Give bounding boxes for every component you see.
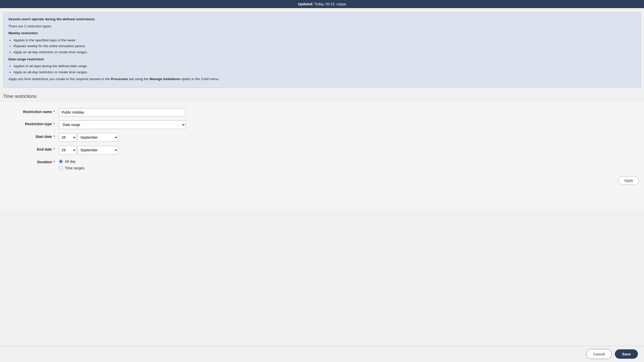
duration-wrap: All day Time ranges xyxy=(59,158,641,170)
duration-radio-group: All day Time ranges xyxy=(59,158,641,170)
required-marker-5: * xyxy=(52,160,55,164)
required-marker-2: * xyxy=(52,122,55,126)
apply-area: Apply xyxy=(3,174,641,189)
end-date-controls: 12345 678910 1112131415 1617181920 21222… xyxy=(59,146,641,154)
all-day-option[interactable]: All day xyxy=(59,159,641,164)
required-marker: * xyxy=(52,110,55,114)
daterange-title: Date-range restriction xyxy=(8,57,44,61)
updated-value: Today, 05:15, coppa xyxy=(314,2,346,6)
end-day-select[interactable]: 12345 678910 1112131415 1617181920 21222… xyxy=(59,146,77,154)
restriction-type-label: Restriction type * xyxy=(3,120,59,126)
restriction-name-input[interactable] xyxy=(59,108,186,116)
time-ranges-option[interactable]: Time ranges xyxy=(59,166,641,170)
restriction-name-label: Restriction name * xyxy=(3,108,59,114)
duration-label: Duration * xyxy=(3,158,59,164)
restriction-type-row: Restriction type * Weekly Date range xyxy=(3,120,641,129)
restriction-type-wrap: Weekly Date range xyxy=(59,120,641,129)
time-ranges-radio[interactable] xyxy=(59,166,63,170)
weekly-bullet-1: Applies to the specified days of the wee… xyxy=(13,38,636,43)
start-date-label: Start date * xyxy=(3,133,59,139)
info-headline: Vessels won't operate during the defined… xyxy=(8,17,95,21)
section-title: Time restrictions xyxy=(0,92,644,102)
form-area: Restriction name * Restriction type * We… xyxy=(0,102,644,209)
end-date-label: End date * xyxy=(3,146,59,151)
required-marker-4: * xyxy=(52,147,55,151)
start-date-controls: 12345 678910 1112131415 1617181920 21222… xyxy=(59,133,641,142)
start-day-select[interactable]: 12345 678910 1112131415 1617181920 21222… xyxy=(59,133,77,142)
restriction-type-select[interactable]: Weekly Date range xyxy=(59,120,186,129)
start-date-wrap: 12345 678910 1112131415 1617181920 21222… xyxy=(59,133,641,142)
daterange-bullet-2: Apply an all-day restriction or create t… xyxy=(13,69,636,75)
daterange-bullet-1: Applies to all days during the defined d… xyxy=(13,63,636,69)
restriction-name-wrap xyxy=(59,108,641,116)
weekly-bullet-3: Apply an all-day restriction or create t… xyxy=(13,49,636,55)
all-day-label: All day xyxy=(65,159,76,164)
start-month-select[interactable]: JanuaryFebruaryMarch AprilMayJune JulyAu… xyxy=(78,133,118,142)
required-marker-3: * xyxy=(52,135,55,139)
start-date-row: Start date * 12345 678910 1112131415 161… xyxy=(3,133,641,142)
info-box: Vessels won't operate during the defined… xyxy=(3,12,641,88)
restriction-name-row: Restriction name * xyxy=(3,108,641,116)
weekly-bullets: Applies to the specified days of the wee… xyxy=(13,38,636,55)
all-day-radio[interactable] xyxy=(59,159,63,164)
processes-link: Processes xyxy=(111,77,128,81)
apply-button[interactable]: Apply xyxy=(618,176,639,185)
end-date-wrap: 12345 678910 1112131415 1617181920 21222… xyxy=(59,146,641,154)
info-intro: There are 2 restriction types: xyxy=(8,24,636,29)
duration-row: Duration * All day Time ranges xyxy=(3,158,641,170)
updated-label: Updated: xyxy=(298,2,313,6)
daterange-bullets: Applies to all days during the defined d… xyxy=(13,63,636,75)
time-ranges-label: Time ranges xyxy=(65,166,84,170)
info-footer: Apply any time restrictions you create t… xyxy=(8,76,636,82)
weekly-bullet-2: Repeats weekly for the entire simulation… xyxy=(13,43,636,49)
end-month-select[interactable]: JanuaryFebruaryMarch AprilMayJune JulyAu… xyxy=(78,146,118,154)
top-status-bar: Updated: Today, 05:15, coppa xyxy=(0,0,644,8)
end-date-row: End date * 12345 678910 1112131415 16171… xyxy=(3,146,641,154)
manage-link: Manage limitations xyxy=(150,77,181,81)
weekly-title: Weekly restriction xyxy=(8,31,38,35)
